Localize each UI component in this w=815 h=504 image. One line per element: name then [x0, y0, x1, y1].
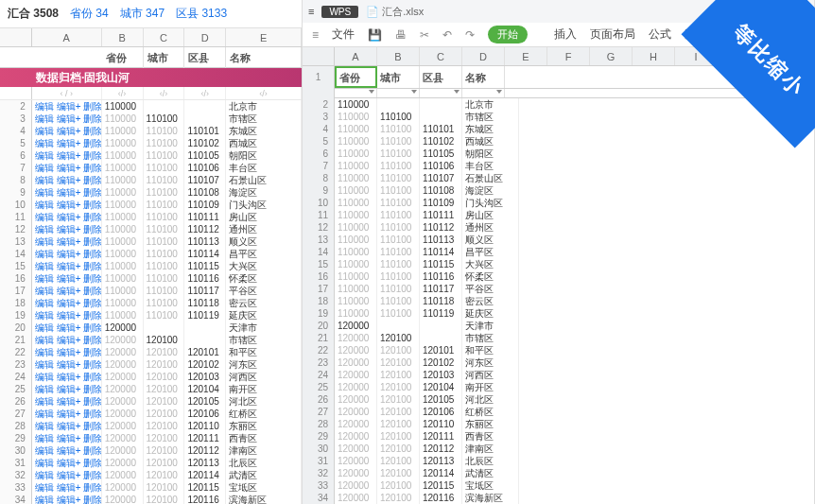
city-cell[interactable]: 120100 — [144, 481, 185, 494]
delete-link[interactable]: 删除 — [83, 335, 101, 345]
cell-C1[interactable]: 区县 — [420, 66, 462, 88]
editplus-link[interactable]: 编辑+ — [57, 236, 81, 247]
row-num[interactable]: 23 — [0, 358, 32, 371]
cell-B[interactable]: 110100 — [377, 160, 420, 172]
name-cell[interactable]: 河北区 — [226, 395, 302, 408]
province-cell[interactable]: 120000 — [102, 371, 144, 383]
cell-B[interactable]: 110100 — [377, 258, 420, 270]
province-cell[interactable]: 110000 — [102, 309, 144, 322]
city-cell[interactable]: 110100 — [144, 309, 185, 322]
edit-link[interactable]: 编辑 — [35, 421, 54, 431]
province-cell[interactable]: 110000 — [102, 235, 144, 248]
row-num[interactable]: 8 — [0, 174, 32, 186]
cell-D[interactable]: 南开区 — [462, 381, 519, 393]
city-cell[interactable]: 110100 — [144, 272, 185, 285]
row-num[interactable]: 26 — [0, 395, 32, 408]
row-num[interactable]: 19 — [0, 309, 32, 322]
row-num[interactable]: 24 — [303, 369, 335, 381]
province-cell[interactable]: 110000 — [102, 162, 144, 174]
row-num[interactable]: 16 — [0, 272, 32, 285]
edit-link[interactable]: 编辑 — [35, 495, 54, 504]
cell-B[interactable]: 110100 — [377, 209, 420, 221]
cell-C[interactable] — [420, 98, 462, 111]
edit-link[interactable]: 编辑 — [35, 335, 54, 345]
county-cell[interactable]: 120114 — [184, 469, 226, 481]
edit-link[interactable]: 编辑 — [35, 163, 54, 173]
cell-D[interactable]: 怀柔区 — [462, 270, 519, 283]
cell-C[interactable]: 120115 — [420, 479, 462, 492]
row-num[interactable]: 7 — [0, 162, 32, 174]
editplus-link[interactable]: 编辑+ — [57, 408, 81, 419]
name-cell[interactable]: 河西区 — [226, 371, 302, 383]
name-cell[interactable]: 大兴区 — [226, 260, 302, 272]
row-num[interactable]: 29 — [0, 432, 32, 444]
city-cell[interactable]: 110100 — [144, 199, 185, 211]
county-cell[interactable] — [184, 100, 226, 113]
row-num[interactable]: 22 — [303, 344, 335, 356]
county-cell[interactable] — [184, 334, 226, 346]
cell-A[interactable]: 120000 — [335, 455, 377, 467]
filter-B[interactable] — [377, 89, 420, 97]
editplus-link[interactable]: 编辑+ — [57, 470, 81, 480]
col-A[interactable]: A — [335, 47, 377, 65]
menu-item[interactable]: 插入 — [554, 27, 577, 41]
county-cell[interactable]: 120105 — [184, 395, 226, 408]
row-1[interactable]: 1 — [303, 66, 335, 89]
county-cell[interactable]: 110112 — [184, 223, 226, 235]
name-cell[interactable]: 河东区 — [226, 358, 302, 371]
cell-D[interactable]: 通州区 — [462, 221, 519, 234]
cell-D[interactable]: 朝阳区 — [462, 148, 519, 160]
cell-A[interactable]: 110000 — [335, 221, 377, 234]
cell-C[interactable]: 120106 — [420, 406, 462, 418]
cell-A[interactable]: 110000 — [335, 234, 377, 246]
cell-D[interactable]: 丰台区 — [462, 160, 519, 172]
editplus-link[interactable]: 编辑+ — [57, 396, 81, 407]
row-num[interactable]: 12 — [0, 223, 32, 235]
row-num[interactable]: 28 — [0, 420, 32, 432]
cell-D[interactable]: 北京市 — [462, 98, 519, 111]
name-cell[interactable]: 昌平区 — [226, 248, 302, 260]
city-cell[interactable]: 120100 — [144, 383, 185, 395]
editplus-link[interactable]: 编辑+ — [57, 200, 81, 210]
row-num[interactable]: 10 — [0, 199, 32, 211]
province-cell[interactable]: 120000 — [102, 334, 144, 346]
row-num[interactable]: 18 — [0, 297, 32, 309]
row-num[interactable]: 2 — [303, 98, 335, 111]
row-num[interactable]: 17 — [303, 283, 335, 295]
row-num[interactable]: 5 — [303, 135, 335, 148]
cell-D[interactable]: 房山区 — [462, 209, 519, 221]
county-cell[interactable]: 120102 — [184, 358, 226, 371]
county-cell[interactable]: 110114 — [184, 248, 226, 260]
delete-link[interactable]: 删除 — [83, 408, 101, 419]
province-cell[interactable]: 110000 — [102, 199, 144, 211]
cell-B[interactable]: 120100 — [377, 430, 420, 443]
row-num[interactable]: 17 — [0, 285, 32, 297]
cell-C[interactable]: 120101 — [420, 344, 462, 356]
province-cell[interactable]: 120000 — [102, 432, 144, 444]
city-cell[interactable] — [144, 100, 185, 113]
ctl-C[interactable]: ‹/› — [144, 87, 185, 99]
editplus-link[interactable]: 编辑+ — [57, 101, 81, 112]
city-cell[interactable]: 120100 — [144, 334, 185, 346]
cell-D[interactable]: 昌平区 — [462, 246, 519, 258]
cell-C[interactable]: 110113 — [420, 234, 462, 246]
delete-link[interactable]: 删除 — [83, 150, 101, 161]
cell-B[interactable]: 120100 — [377, 356, 420, 369]
city-cell[interactable]: 110100 — [144, 248, 185, 260]
county-cell[interactable]: 120112 — [184, 444, 226, 457]
edit-link[interactable]: 编辑 — [35, 236, 54, 247]
county-cell[interactable]: 110108 — [184, 186, 226, 199]
name-cell[interactable]: 津南区 — [226, 444, 302, 457]
province-cell[interactable]: 120000 — [102, 346, 144, 358]
cell-D[interactable]: 东丽区 — [462, 418, 519, 430]
cell-C[interactable] — [420, 111, 462, 123]
delete-link[interactable]: 删除 — [83, 249, 101, 259]
row-num[interactable]: 11 — [303, 209, 335, 221]
province-cell[interactable]: 120000 — [102, 408, 144, 420]
edit-link[interactable]: 编辑 — [35, 212, 54, 222]
county-cell[interactable]: 120101 — [184, 346, 226, 358]
editplus-link[interactable]: 编辑+ — [57, 212, 81, 222]
col-C[interactable]: C — [420, 47, 462, 65]
edit-link[interactable]: 编辑 — [35, 482, 54, 493]
hdr-county[interactable]: 区县 — [184, 47, 226, 68]
